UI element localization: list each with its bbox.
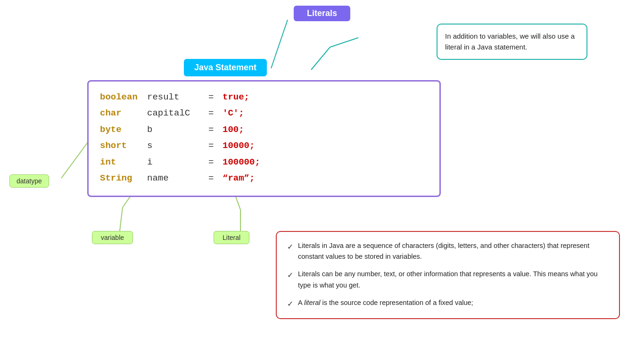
type-int: int bbox=[100, 155, 147, 169]
bullet-3: ✓ A literal is the source code represent… bbox=[287, 297, 609, 310]
code-line-boolean: boolean result = true; bbox=[100, 90, 428, 104]
code-line-byte: byte b = 100; bbox=[100, 123, 428, 137]
code-line-char: char capitalC = 'C'; bbox=[100, 106, 428, 120]
title-badge: Literals bbox=[294, 6, 350, 21]
code-box: boolean result = true; char capitalC = '… bbox=[87, 80, 441, 197]
eq-2: = bbox=[208, 123, 223, 137]
variable-label: variable bbox=[92, 231, 133, 244]
bullet-text-1: Literals in Java are a sequence of chara… bbox=[298, 240, 609, 262]
datatype-label: datatype bbox=[9, 174, 49, 188]
var-s: s bbox=[147, 139, 208, 153]
var-b: b bbox=[147, 123, 208, 137]
type-string: String bbox=[100, 171, 147, 185]
svg-line-0 bbox=[271, 20, 288, 68]
val-100: 100; bbox=[223, 123, 244, 137]
check-icon-1: ✓ bbox=[287, 241, 293, 253]
val-ram: “ram”; bbox=[223, 171, 255, 185]
val-true: true; bbox=[223, 90, 249, 104]
eq-3: = bbox=[208, 139, 223, 153]
eq-4: = bbox=[208, 155, 223, 169]
var-i: i bbox=[147, 155, 208, 169]
java-statement-label: Java Statement bbox=[184, 59, 267, 76]
eq-1: = bbox=[208, 106, 223, 120]
svg-line-1 bbox=[330, 38, 358, 47]
var-result: result bbox=[147, 90, 208, 104]
val-C: 'C'; bbox=[223, 106, 244, 120]
svg-line-2 bbox=[311, 47, 330, 70]
type-byte: byte bbox=[100, 123, 147, 137]
type-boolean: boolean bbox=[100, 90, 147, 104]
var-capitalC: capitalC bbox=[147, 106, 208, 120]
callout-top-right: In addition to variables, we will also u… bbox=[437, 24, 587, 60]
type-short: short bbox=[100, 139, 147, 153]
val-100000: 100000; bbox=[223, 155, 260, 169]
callout-bottom: ✓ Literals in Java are a sequence of cha… bbox=[276, 231, 620, 319]
bullet-text-3: A literal is the source code representat… bbox=[298, 297, 473, 308]
val-10000: 10000; bbox=[223, 139, 255, 153]
type-char: char bbox=[100, 106, 147, 120]
italic-literal: literal bbox=[304, 299, 321, 306]
code-line-short: short s = 10000; bbox=[100, 139, 428, 153]
eq-5: = bbox=[208, 171, 223, 185]
check-icon-2: ✓ bbox=[287, 269, 293, 281]
check-icon-3: ✓ bbox=[287, 298, 293, 310]
eq-0: = bbox=[208, 90, 223, 104]
bullet-2: ✓ Literals can be any number, text, or o… bbox=[287, 269, 609, 290]
literal-label: Literal bbox=[214, 231, 249, 244]
code-line-string: String name = “ram”; bbox=[100, 171, 428, 185]
var-name: name bbox=[147, 171, 208, 185]
code-line-int: int i = 100000; bbox=[100, 155, 428, 169]
bullet-1: ✓ Literals in Java are a sequence of cha… bbox=[287, 240, 609, 262]
bullet-text-2: Literals can be any number, text, or oth… bbox=[298, 269, 609, 290]
